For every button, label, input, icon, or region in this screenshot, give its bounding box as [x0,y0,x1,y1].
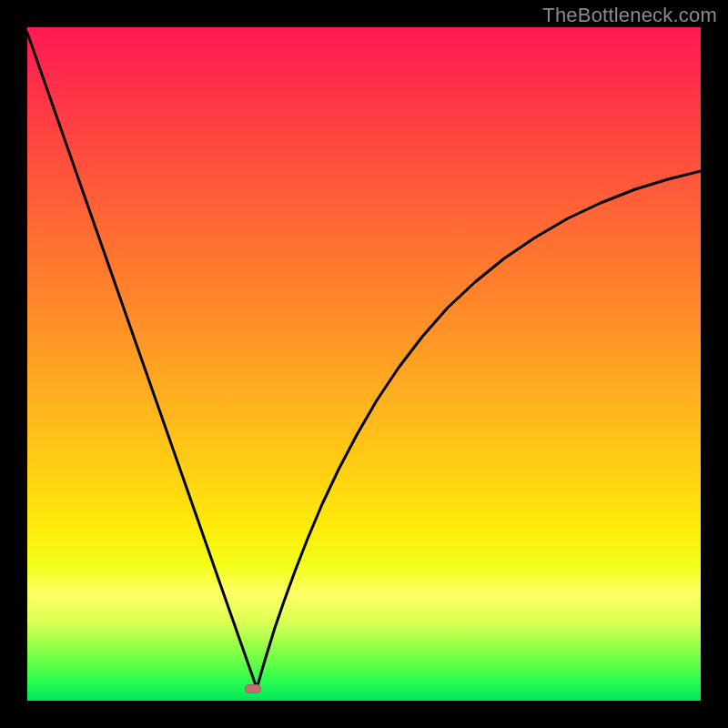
plot-area [27,27,701,701]
bottleneck-curve [27,27,701,701]
watermark-text: TheBottleneck.com [542,4,717,27]
optimal-point-marker [245,684,261,693]
outer-black-frame: TheBottleneck.com [0,0,728,728]
